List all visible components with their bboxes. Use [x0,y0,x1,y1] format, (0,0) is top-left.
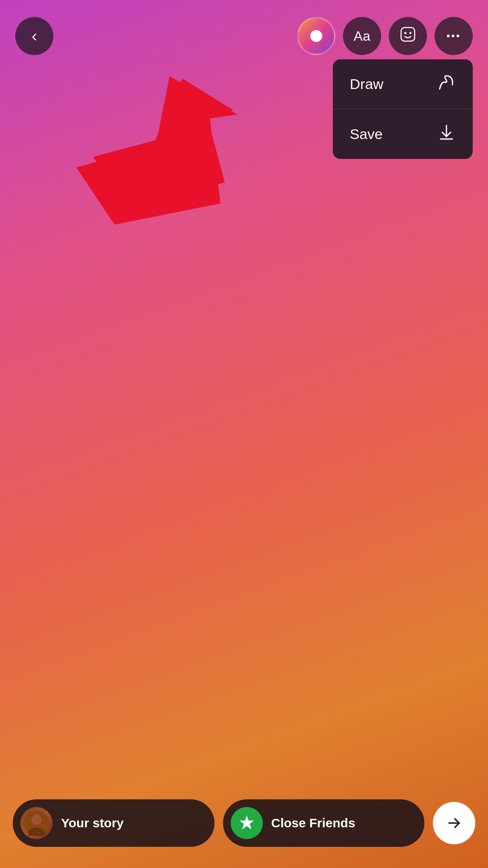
save-menu-item[interactable]: Save [333,109,473,159]
more-button[interactable]: ••• [435,17,473,55]
your-story-label: Your story [61,816,124,830]
dropdown-menu: Draw Save [333,59,473,159]
text-icon: Aa [354,28,371,44]
save-icon [437,123,456,145]
close-friends-label: Close Friends [271,816,355,830]
svg-rect-0 [401,28,415,41]
sticker-icon [399,26,416,46]
svg-point-1 [404,32,407,34]
user-avatar [20,807,53,839]
toolbar-right: Aa ••• [297,17,473,55]
text-button[interactable]: Aa [343,17,381,55]
your-story-button[interactable]: Your story [13,799,215,847]
svg-point-2 [410,32,412,34]
next-arrow-icon [445,814,463,832]
next-button[interactable] [433,802,475,844]
back-button[interactable]: ‹ [15,17,53,55]
save-label: Save [350,126,383,142]
more-dots-icon: ••• [446,30,461,42]
draw-icon [437,73,456,95]
sticker-button[interactable] [389,17,427,55]
close-friends-icon [231,807,263,839]
close-friends-button[interactable]: Close Friends [223,799,425,847]
svg-point-6 [31,815,42,825]
back-chevron-icon: ‹ [32,27,37,45]
svg-marker-8 [240,815,254,829]
draw-label: Draw [350,76,383,92]
bottom-bar: Your story Close Friends [0,799,488,847]
record-button[interactable] [297,17,335,55]
draw-menu-item[interactable]: Draw [333,59,473,109]
toolbar: ‹ Aa ••• [0,17,488,55]
